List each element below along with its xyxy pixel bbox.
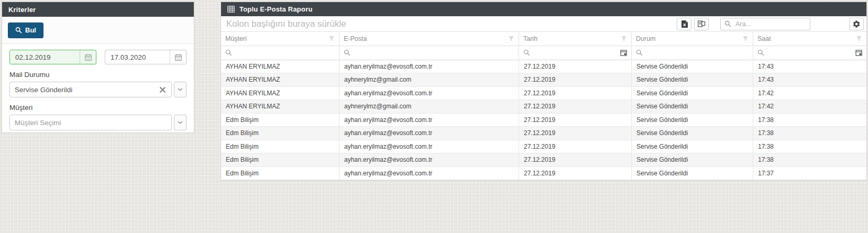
column-header-tarih[interactable]: Tarih <box>519 32 632 46</box>
cell-durum: Servise Gönderildi <box>632 114 753 127</box>
excel-export-icon: x <box>680 20 688 28</box>
svg-text:x: x <box>683 21 686 27</box>
date-from-value[interactable]: 02.12.2019 <box>10 50 80 64</box>
date-to-calendar-button[interactable] <box>170 50 186 64</box>
cell-eposta: ayhan.eryilmaz@evosoft.com.tr <box>339 87 519 100</box>
group-drop-zone[interactable]: Kolon başlığını buraya sürükle <box>226 19 346 29</box>
grid-filter-row <box>221 46 866 60</box>
column-header-musteri[interactable]: Müşteri <box>221 32 339 46</box>
search-icon <box>757 49 764 56</box>
date-to-value[interactable]: 17.03.2020 <box>105 50 170 64</box>
find-button[interactable]: Bul <box>8 23 43 38</box>
export-excel-button[interactable]: x <box>677 18 691 30</box>
criteria-fields: 02.12.2019 17.03.2020 <box>2 44 194 130</box>
cell-durum: Servise Gönderildi <box>632 140 753 153</box>
date-from-calendar-button[interactable] <box>80 50 96 64</box>
report-panel: Toplu E-Posta Raporu Kolon başlığını bur… <box>221 2 867 181</box>
grid-search-input[interactable] <box>734 20 806 28</box>
cell-musteri: Edm Bilişim <box>221 153 339 167</box>
table-row[interactable]: Edm Bilişim ayhan.eryilmaz@evosoft.com.t… <box>221 114 866 127</box>
grid-body: AYHAN ERYILMAZ ayhan.eryilmaz@evosoft.co… <box>221 60 866 181</box>
customer-select[interactable]: Müşteri Seçimi <box>9 115 172 130</box>
cell-saat: 17:38 <box>753 153 866 167</box>
cell-musteri: Edm Bilişim <box>221 140 339 153</box>
column-chooser-button[interactable] <box>694 18 709 30</box>
report-panel-title: Toplu E-Posta Raporu <box>239 5 313 13</box>
filter-cell-eposta[interactable] <box>339 46 519 59</box>
table-row[interactable]: Edm Bilişim ayhan.eryilmaz@evosoft.com.t… <box>221 153 866 167</box>
filter-funnel-icon[interactable] <box>621 36 627 42</box>
customer-placeholder: Müşteri Seçimi <box>15 119 167 127</box>
cell-durum: Servise Gönderildi <box>632 100 753 113</box>
cell-saat: 17:38 <box>753 127 866 140</box>
chevron-down-icon <box>178 88 183 91</box>
cell-musteri: AYHAN ERYILMAZ <box>221 100 339 113</box>
table-row[interactable]: Edm Bilişim ayhan.eryilmaz@evosoft.com.t… <box>221 167 866 181</box>
column-chooser-icon <box>697 20 706 28</box>
clear-icon[interactable] <box>159 86 167 94</box>
calendar-icon[interactable] <box>620 49 627 56</box>
cell-durum: Servise Gönderildi <box>632 167 753 180</box>
cell-musteri: AYHAN ERYILMAZ <box>221 73 339 86</box>
filter-cell-durum[interactable] <box>632 46 753 59</box>
grid-search-box[interactable] <box>720 18 810 30</box>
cell-musteri: Edm Bilişim <box>221 167 339 180</box>
date-from-field[interactable]: 02.12.2019 <box>9 50 96 64</box>
mail-status-select[interactable]: Servise Gönderildi <box>9 82 172 97</box>
cell-eposta: ayhnerylmz@gmail.com <box>339 100 519 113</box>
filter-funnel-icon[interactable] <box>856 36 862 42</box>
search-icon <box>523 49 530 56</box>
cell-saat: 17:43 <box>753 60 866 73</box>
cell-musteri: Edm Bilişim <box>221 127 339 140</box>
table-row[interactable]: AYHAN ERYILMAZ ayhan.eryilmaz@evosoft.co… <box>221 60 866 74</box>
mail-status-label: Mail Durumu <box>9 71 186 79</box>
search-icon <box>225 49 232 56</box>
filter-funnel-icon[interactable] <box>328 36 335 42</box>
table-row[interactable]: AYHAN ERYILMAZ ayhan.eryilmaz@evosoft.co… <box>221 87 866 101</box>
cell-tarih: 27.12.2019 <box>519 73 632 86</box>
filter-funnel-icon[interactable] <box>508 36 514 42</box>
customer-label: Müşteri <box>9 104 186 112</box>
column-header-saat[interactable]: Saat <box>753 32 866 46</box>
chevron-down-icon <box>178 121 183 124</box>
date-to-field[interactable]: 17.03.2020 <box>105 50 186 64</box>
column-header-eposta[interactable]: E-Posta <box>339 32 519 46</box>
mail-status-value: Servise Gönderildi <box>15 86 159 94</box>
cell-durum: Servise Gönderildi <box>632 153 753 167</box>
cell-eposta: ayhan.eryilmaz@evosoft.com.tr <box>339 127 519 140</box>
grid-settings-button[interactable] <box>849 18 864 30</box>
cell-tarih: 27.12.2019 <box>519 167 632 180</box>
filter-cell-saat[interactable] <box>753 46 866 59</box>
cell-saat: 17:37 <box>753 167 866 180</box>
customer-dropdown-button[interactable] <box>174 115 186 130</box>
cell-eposta: ayhan.eryilmaz@evosoft.com.tr <box>339 153 519 167</box>
table-row[interactable]: AYHAN ERYILMAZ ayhnerylmz@gmail.com 27.1… <box>221 100 866 114</box>
table-row[interactable]: Edm Bilişim ayhan.eryilmaz@evosoft.com.t… <box>221 127 866 140</box>
table-row[interactable]: AYHAN ERYILMAZ ayhnerylmz@gmail.com 27.1… <box>221 73 866 87</box>
grid-icon <box>227 6 235 13</box>
cell-tarih: 27.12.2019 <box>519 87 632 100</box>
cell-eposta: ayhan.eryilmaz@evosoft.com.tr <box>339 114 519 127</box>
cell-tarih: 27.12.2019 <box>519 114 632 127</box>
cell-tarih: 27.12.2019 <box>519 60 632 73</box>
find-button-label: Bul <box>25 26 36 34</box>
cell-saat: 17:38 <box>753 114 866 127</box>
table-row[interactable]: Edm Bilişim ayhan.eryilmaz@evosoft.com.t… <box>221 140 866 154</box>
cell-saat: 17:42 <box>753 100 866 113</box>
calendar-icon[interactable] <box>855 49 862 56</box>
cell-durum: Servise Gönderildi <box>632 127 753 140</box>
criteria-panel-header: Kriterler <box>2 2 194 17</box>
cell-eposta: ayhan.eryilmaz@evosoft.com.tr <box>339 140 519 153</box>
search-icon <box>15 27 22 34</box>
gear-icon <box>852 20 861 28</box>
cell-eposta: ayhnerylmz@gmail.com <box>339 73 519 86</box>
filter-cell-tarih[interactable] <box>519 46 632 59</box>
filter-funnel-icon[interactable] <box>742 36 749 42</box>
filter-cell-musteri[interactable] <box>221 46 339 59</box>
cell-eposta: ayhan.eryilmaz@evosoft.com.tr <box>339 167 519 180</box>
search-icon <box>344 49 350 56</box>
grid-toolbar: Kolon başlığını buraya sürükle x <box>221 16 866 31</box>
column-header-durum[interactable]: Durum <box>632 32 753 46</box>
cell-tarih: 27.12.2019 <box>519 127 632 140</box>
mail-status-dropdown-button[interactable] <box>174 82 186 97</box>
